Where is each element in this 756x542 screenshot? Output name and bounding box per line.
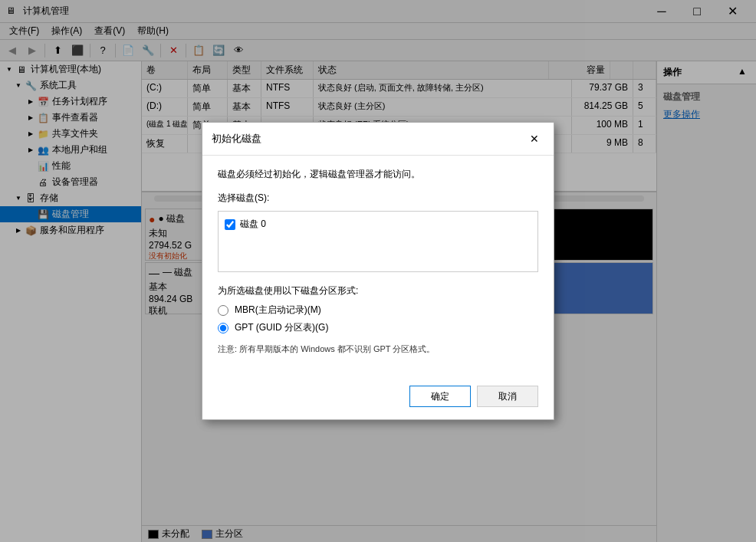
gpt-radio[interactable]: [218, 323, 228, 333]
init-disk-dialog: 初始化磁盘 ✕ 磁盘必须经过初始化，逻辑磁盘管理器才能访问。 选择磁盘(S): …: [202, 122, 554, 420]
dialog-title-bar: 初始化磁盘 ✕: [202, 123, 554, 156]
dialog-partition-label: 为所选磁盘使用以下磁盘分区形式:: [218, 284, 538, 297]
dialog-radio-group: MBR(主启动记录)(M) GPT (GUID 分区表)(G): [218, 304, 538, 334]
dialog-title-text: 初始化磁盘: [212, 132, 261, 146]
dialog-footer: 确定 取消: [202, 379, 554, 419]
dialog-overlay: 初始化磁盘 ✕ 磁盘必须经过初始化，逻辑磁盘管理器才能访问。 选择磁盘(S): …: [0, 0, 756, 542]
dialog-close-button[interactable]: ✕: [524, 129, 544, 149]
dialog-checkbox-0: 磁盘 0: [225, 216, 531, 232]
dialog-checkbox-list: 磁盘 0: [218, 211, 538, 272]
mbr-radio-label: MBR(主启动记录)(M): [235, 304, 321, 317]
gpt-radio-label: GPT (GUID 分区表)(G): [235, 321, 328, 334]
dialog-ok-button[interactable]: 确定: [409, 386, 471, 407]
mbr-radio[interactable]: [218, 305, 228, 316]
dialog-cancel-button[interactable]: 取消: [477, 386, 538, 407]
dialog-description: 磁盘必须经过初始化，逻辑磁盘管理器才能访问。: [218, 168, 538, 181]
dialog-body: 磁盘必须经过初始化，逻辑磁盘管理器才能访问。 选择磁盘(S): 磁盘 0 为所选…: [202, 156, 554, 379]
dialog-notice: 注意: 所有早期版本的 Windows 都不识别 GPT 分区格式。: [218, 343, 538, 355]
disk0-checkbox-label: 磁盘 0: [240, 218, 266, 231]
disk0-checkbox[interactable]: [225, 219, 235, 230]
dialog-radio-gpt: GPT (GUID 分区表)(G): [218, 321, 538, 334]
dialog-select-label: 选择磁盘(S):: [218, 192, 538, 205]
dialog-radio-mbr: MBR(主启动记录)(M): [218, 304, 538, 317]
